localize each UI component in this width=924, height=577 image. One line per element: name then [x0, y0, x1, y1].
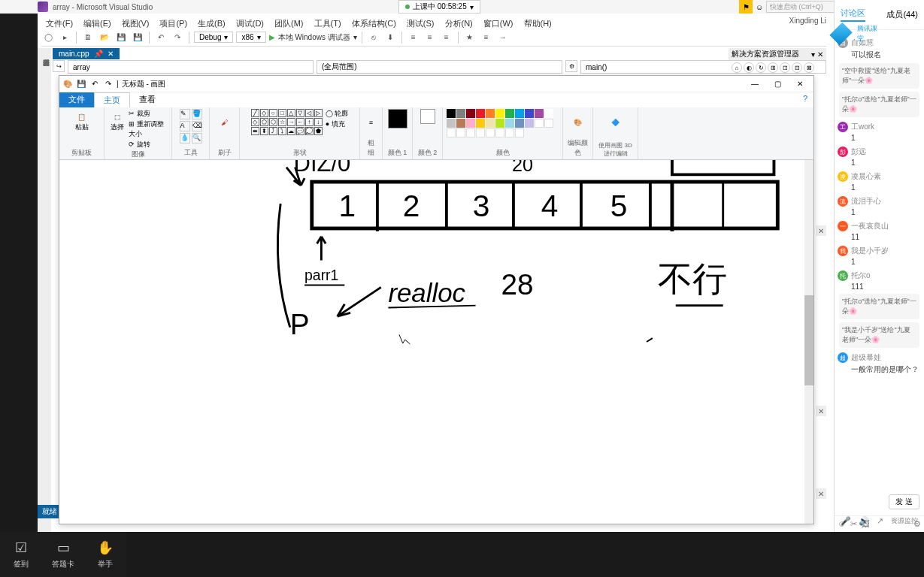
menu-item[interactable]: 文件(F): [41, 17, 77, 31]
shape-item[interactable]: ↓: [314, 118, 323, 126]
menu-item[interactable]: 窗口(W): [479, 17, 518, 31]
color-swatch[interactable]: [466, 119, 475, 128]
tb-icon[interactable]: ⎋: [367, 31, 380, 44]
menu-item[interactable]: 帮助(H): [520, 17, 556, 31]
color-swatch-empty[interactable]: [466, 128, 475, 137]
speaker-icon[interactable]: 🔊: [859, 516, 869, 526]
quiz-button[interactable]: ▭答题卡: [42, 532, 84, 577]
paint3d-button[interactable]: 🔷: [605, 109, 626, 136]
ribbon-tab-file[interactable]: 文件: [59, 92, 94, 107]
color-swatch[interactable]: [505, 109, 514, 118]
tab-members[interactable]: 成员(44): [886, 9, 918, 20]
color1-button[interactable]: [388, 109, 407, 128]
shape-item[interactable]: ○: [269, 109, 277, 117]
new-icon[interactable]: 🗎: [81, 31, 95, 44]
color-palette[interactable]: [447, 109, 559, 137]
avatar[interactable]: 流: [838, 196, 848, 207]
shape-item[interactable]: ╱: [251, 109, 259, 117]
undo-icon[interactable]: ↶: [154, 31, 168, 44]
raise-hand-button[interactable]: ✋举手: [84, 532, 126, 577]
size-button[interactable]: ≡: [361, 109, 382, 136]
fn-icon[interactable]: ⚙: [565, 60, 577, 72]
shape-item[interactable]: ←: [296, 118, 304, 126]
avatar[interactable]: 我: [838, 246, 848, 256]
text-tool[interactable]: A: [180, 121, 190, 131]
shape-item[interactable]: ⬡: [269, 118, 277, 126]
save-icon[interactable]: 💾: [76, 79, 86, 89]
class-status[interactable]: 上课中 00:58:25 ▾: [398, 0, 480, 14]
menu-item[interactable]: 调试(D): [232, 17, 268, 31]
nav-back-icon[interactable]: ◯: [41, 31, 55, 44]
pencil-tool[interactable]: ✎: [180, 109, 190, 119]
shape-item[interactable]: ↑: [305, 118, 314, 126]
shape-item[interactable]: ⬌: [251, 127, 259, 135]
platform-dropdown[interactable]: x86▾: [236, 32, 265, 43]
edit-colors-button[interactable]: 🎨: [568, 109, 589, 136]
color-swatch-empty[interactable]: [495, 128, 504, 137]
notification-icon[interactable]: ⚑: [739, 0, 753, 14]
color-swatch-empty[interactable]: [544, 119, 553, 128]
shape-item[interactable]: ⬟: [314, 127, 323, 135]
shape-item[interactable]: ⤵: [278, 127, 286, 135]
color-swatch[interactable]: [515, 109, 524, 118]
menu-item[interactable]: 编辑(E): [79, 17, 116, 31]
color-swatch-empty[interactable]: [476, 128, 485, 137]
color-swatch[interactable]: [515, 119, 524, 128]
save-all-icon[interactable]: 💾: [131, 31, 144, 44]
shape-item[interactable]: 💬: [296, 127, 304, 135]
color2-button[interactable]: [420, 109, 435, 124]
shape-item[interactable]: □: [278, 109, 286, 117]
picker-tool[interactable]: 💧: [180, 133, 190, 143]
color-swatch[interactable]: [525, 119, 534, 128]
redo-icon[interactable]: ↷: [171, 31, 184, 44]
tool-icon[interactable]: ⊟: [792, 62, 802, 73]
shape-item[interactable]: ☁: [287, 127, 295, 135]
color-swatch[interactable]: [486, 109, 495, 118]
shape-item[interactable]: ◇: [260, 109, 268, 117]
start-debug-button[interactable]: ▶本地 Windows 调试器▾: [269, 32, 357, 43]
share-icon[interactable]: ↗: [877, 516, 883, 526]
menu-item[interactable]: 生成(B): [193, 17, 230, 31]
brush-button[interactable]: 🖌: [214, 109, 235, 136]
panel-close-icon[interactable]: ✕: [816, 406, 826, 416]
tb-icon[interactable]: ≡: [423, 31, 437, 44]
open-icon[interactable]: 📂: [98, 31, 111, 44]
scrollbar[interactable]: [804, 160, 813, 524]
eraser-tool[interactable]: ⌫: [192, 121, 202, 131]
shape-item[interactable]: △: [287, 109, 295, 117]
tab-discuss[interactable]: 讨论区: [841, 8, 865, 22]
tool-icon[interactable]: ⊞: [768, 62, 778, 73]
redo-icon[interactable]: ↷: [103, 79, 114, 89]
config-dropdown[interactable]: Debug▾: [194, 32, 233, 43]
signed-in-user[interactable]: Xingding Li: [789, 17, 826, 25]
pin-icon[interactable]: 📌: [94, 50, 103, 58]
color-swatch-empty[interactable]: [486, 128, 495, 137]
fill-tool[interactable]: 🪣: [192, 109, 202, 119]
menu-item[interactable]: 视图(V): [117, 17, 154, 31]
smiley-icon[interactable]: ☺: [753, 0, 766, 14]
chat-body[interactable]: 自自如慧可以报名"空中救援"送给"九夏老师"一朵🌸"托尔o"送给"九夏老师"一朵…: [835, 30, 924, 515]
color-swatch[interactable]: [476, 119, 485, 128]
shape-item[interactable]: ◁: [305, 109, 314, 117]
fill-button[interactable]: ● 填充: [326, 119, 349, 129]
file-tab-main[interactable]: main.cpp 📌 ✕: [53, 48, 120, 59]
shape-item[interactable]: ⬍: [260, 127, 268, 135]
resource-monitor[interactable]: 资源监控: [891, 516, 918, 526]
tool-icon[interactable]: ◐: [744, 62, 754, 73]
color-swatch[interactable]: [466, 109, 475, 118]
shape-item[interactable]: ⤴: [269, 127, 277, 135]
select-button[interactable]: ⬚选择: [109, 109, 126, 136]
paint-canvas[interactable]: DIZ/0 20 1 2 3 4 5 parr1 P: [59, 160, 804, 524]
close-tab-icon[interactable]: ✕: [108, 50, 114, 58]
avatar[interactable]: 凌: [838, 171, 848, 182]
nav-fwd-icon[interactable]: ▸: [58, 31, 71, 44]
avatar[interactable]: 彭: [838, 147, 848, 157]
menu-item[interactable]: 项目(P): [155, 17, 192, 31]
color-swatch[interactable]: [456, 109, 465, 118]
minimize-button[interactable]: —: [744, 77, 765, 91]
panel-close-icon[interactable]: ✕: [816, 488, 826, 499]
tb-icon[interactable]: ≡: [480, 31, 493, 44]
outline-button[interactable]: ◯ 轮廓: [326, 109, 349, 119]
tb-icon[interactable]: ⬇: [383, 31, 397, 44]
avatar[interactable]: 工: [838, 122, 848, 132]
